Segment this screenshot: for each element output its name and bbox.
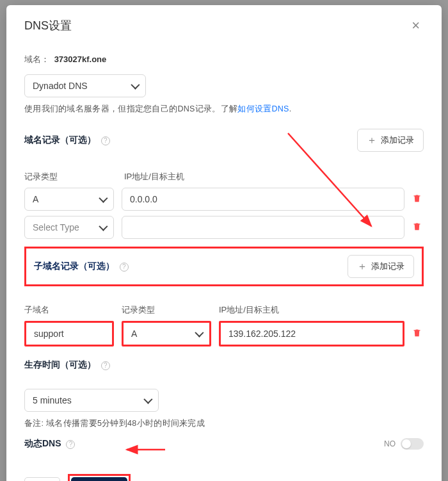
trash-icon xyxy=(412,328,422,338)
save-button-highlight: 保存设置 xyxy=(68,474,131,481)
col-record-type: 记录类型 xyxy=(122,304,211,316)
chevron-down-icon xyxy=(195,329,204,338)
col-subdomain: 子域名 xyxy=(24,304,114,316)
help-icon[interactable]: ? xyxy=(101,361,110,370)
chevron-down-icon xyxy=(131,81,140,90)
dynamic-dns-toggle[interactable] xyxy=(401,438,424,450)
domain-record-row: Select Type xyxy=(24,216,424,239)
subdomain-record-row: A xyxy=(24,321,424,346)
close-button[interactable]: × xyxy=(408,18,424,33)
subdomain-section-highlight: 子域名记录（可选） ? ＋ 添加记录 xyxy=(24,247,424,286)
delete-record-button[interactable] xyxy=(412,222,424,233)
sub-target-input[interactable] xyxy=(221,323,403,345)
cancel-button[interactable]: 取消 xyxy=(24,477,60,481)
help-icon[interactable]: ? xyxy=(120,263,129,272)
record-type-select[interactable]: A xyxy=(24,188,114,211)
col-record-type: 记录类型 xyxy=(24,171,114,183)
domain-record-row: A xyxy=(24,188,424,211)
ttl-note: 备注: 域名传播需要5分钟到48小时的时间来完成 xyxy=(24,418,424,429)
save-button[interactable]: 保存设置 xyxy=(71,477,127,481)
dns-type-select[interactable]: Dynadot DNS xyxy=(24,74,146,97)
subdomain-records-title: 子域名记录（可选） xyxy=(34,261,115,271)
record-target-input[interactable] xyxy=(122,216,404,239)
dns-help-link[interactable]: 如何设置DNS xyxy=(237,104,289,113)
plus-icon: ＋ xyxy=(367,135,377,145)
dns-type-value: Dynadot DNS xyxy=(33,81,88,91)
helper-text: 使用我们的域名服务器，但指定您自己的DNS记录。了解 xyxy=(24,104,237,113)
col-target-host: IP地址/目标主机 xyxy=(124,171,184,183)
domain-records-title: 域名记录（可选） xyxy=(24,135,96,145)
chevron-down-icon xyxy=(99,222,108,231)
sub-record-type-select[interactable]: A xyxy=(124,323,209,345)
record-type-select[interactable]: Select Type xyxy=(24,216,114,239)
chevron-down-icon xyxy=(99,194,108,203)
domain-label: 域名： xyxy=(24,54,49,64)
trash-icon xyxy=(412,222,422,231)
trash-icon xyxy=(412,193,422,203)
ttl-title: 生存时间（可选） xyxy=(24,359,96,370)
subdomain-input[interactable] xyxy=(26,323,112,345)
chevron-down-icon xyxy=(143,395,152,404)
close-icon: × xyxy=(412,17,420,33)
dynamic-dns-title: 动态DNS xyxy=(24,438,61,448)
delete-record-button[interactable] xyxy=(412,328,424,339)
plus-icon: ＋ xyxy=(357,261,367,272)
record-target-input[interactable] xyxy=(122,188,404,211)
add-subdomain-record-button[interactable]: ＋ 添加记录 xyxy=(348,255,414,278)
add-domain-record-button[interactable]: ＋ 添加记录 xyxy=(357,129,424,152)
help-icon[interactable]: ? xyxy=(101,136,110,145)
toggle-state-label: NO xyxy=(384,439,396,448)
delete-record-button[interactable] xyxy=(412,193,424,205)
domain-value: 373027kf.one xyxy=(54,54,107,64)
dns-settings-modal: DNS设置 × 域名： 373027kf.one Dynadot DNS 使用我… xyxy=(6,5,442,481)
modal-title: DNS设置 xyxy=(24,18,72,33)
col-target-host: IP地址/目标主机 xyxy=(219,304,279,316)
ttl-select[interactable]: 5 minutes xyxy=(24,389,159,412)
help-icon[interactable]: ? xyxy=(66,440,75,449)
